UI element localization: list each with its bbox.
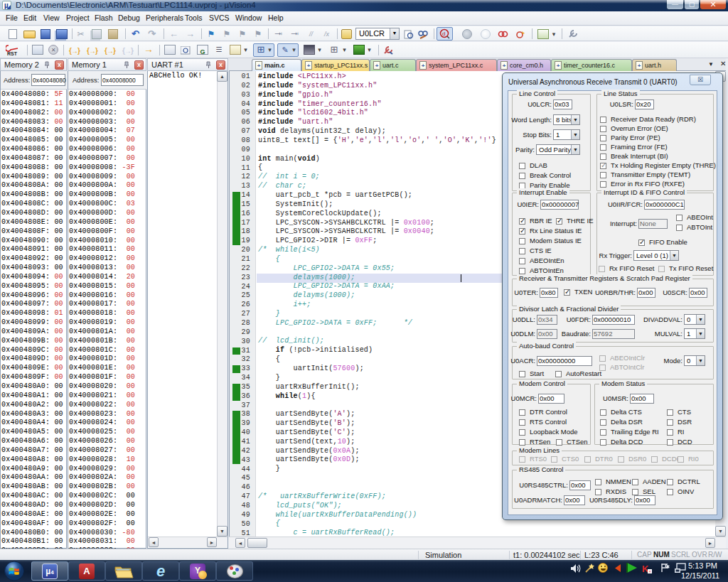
svg-text:RST: RST: [7, 51, 18, 56]
svg-text:d: d: [442, 31, 445, 37]
